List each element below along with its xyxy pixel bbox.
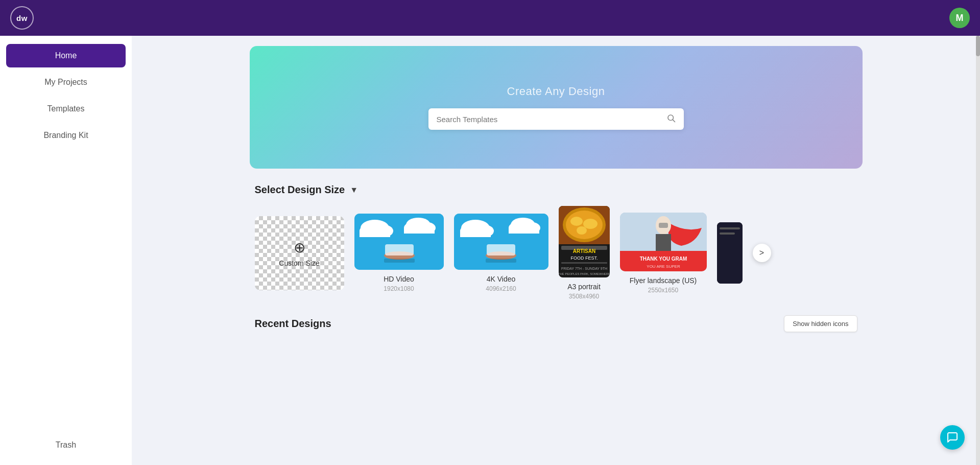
sidebar-label-branding-kit: Branding Kit bbox=[43, 131, 88, 140]
chat-button[interactable] bbox=[940, 425, 965, 450]
next-arrow-button[interactable]: > bbox=[753, 244, 771, 262]
sidebar-label-trash: Trash bbox=[56, 440, 76, 449]
show-hidden-button[interactable]: Show hidden icons bbox=[784, 315, 857, 332]
svg-rect-49 bbox=[720, 232, 735, 235]
svg-rect-36 bbox=[561, 262, 607, 264]
design-card-hd-video[interactable]: HD Video 1920x1080 bbox=[354, 214, 444, 292]
4k-video-sublabel: 4096x2160 bbox=[486, 285, 516, 292]
design-size-row: ⊕ Custom Size bbox=[255, 206, 857, 300]
svg-rect-48 bbox=[720, 227, 740, 229]
svg-text:THE PEOPLES PARK, SOMEWHERE: THE PEOPLES PARK, SOMEWHERE bbox=[559, 272, 610, 275]
design-card-a3-portrait[interactable]: ARTISAN FOOD FEST. FRIDAY 7TH - SUNDAY 9… bbox=[559, 206, 610, 300]
svg-line-1 bbox=[673, 120, 675, 122]
svg-rect-13 bbox=[384, 259, 415, 263]
svg-point-30 bbox=[570, 217, 583, 226]
design-card-partial bbox=[717, 222, 743, 284]
svg-rect-22 bbox=[509, 228, 539, 234]
sidebar: Home My Projects Templates Branding Kit … bbox=[0, 36, 132, 465]
sidebar-item-templates[interactable]: Templates bbox=[6, 97, 126, 121]
design-card-custom[interactable]: ⊕ Custom Size bbox=[255, 216, 344, 290]
sidebar-spacer bbox=[6, 150, 126, 430]
svg-rect-43 bbox=[659, 223, 668, 228]
sidebar-item-my-projects[interactable]: My Projects bbox=[6, 71, 126, 94]
a3-portrait-thumb: ARTISAN FOOD FEST. FRIDAY 7TH - SUNDAY 9… bbox=[559, 206, 610, 277]
scrollbar-track bbox=[976, 36, 980, 465]
recent-designs-section: Recent Designs Show hidden icons bbox=[250, 315, 863, 332]
sidebar-label-home: Home bbox=[55, 51, 77, 60]
svg-rect-18 bbox=[460, 231, 491, 237]
flyer-landscape-thumb: THANK YOU GRAM YOU ARE SUPER bbox=[620, 213, 707, 271]
design-card-flyer-landscape[interactable]: THANK YOU GRAM YOU ARE SUPER Flyer lands… bbox=[620, 213, 707, 294]
svg-rect-24 bbox=[487, 244, 515, 255]
sidebar-label-templates: Templates bbox=[47, 104, 85, 113]
4k-video-label: 4K Video bbox=[487, 275, 516, 283]
recent-designs-title: Recent Designs bbox=[255, 318, 331, 330]
svg-text:FRIDAY 7TH - SUNDAY 9TH: FRIDAY 7TH - SUNDAY 9TH bbox=[561, 267, 607, 270]
svg-text:FOOD FEST.: FOOD FEST. bbox=[570, 255, 597, 261]
svg-rect-10 bbox=[404, 228, 435, 234]
svg-rect-42 bbox=[656, 234, 671, 252]
a3-portrait-sublabel: 3508x4960 bbox=[569, 293, 599, 300]
svg-point-32 bbox=[577, 226, 587, 235]
custom-size-label: Custom Size bbox=[279, 259, 319, 267]
sidebar-item-trash[interactable]: Trash bbox=[6, 433, 126, 457]
user-avatar[interactable]: M bbox=[949, 8, 970, 28]
filter-icon[interactable]: ▼ bbox=[350, 185, 358, 195]
hero-title: Create Any Design bbox=[507, 85, 605, 98]
search-icon bbox=[666, 113, 676, 125]
sidebar-item-branding-kit[interactable]: Branding Kit bbox=[6, 124, 126, 147]
a3-portrait-label: A3 portrait bbox=[567, 283, 601, 291]
sidebar-item-home[interactable]: Home bbox=[6, 44, 126, 67]
layout: Home My Projects Templates Branding Kit … bbox=[0, 36, 980, 465]
design-card-4k-video[interactable]: 4K Video 4096x2160 bbox=[454, 214, 548, 292]
svg-rect-47 bbox=[717, 222, 743, 284]
design-size-title: Select Design Size bbox=[255, 184, 345, 196]
scrollbar-thumb[interactable] bbox=[976, 36, 980, 56]
partial-card-thumb bbox=[717, 222, 743, 284]
search-bar bbox=[428, 108, 684, 130]
hd-video-thumb bbox=[354, 214, 444, 270]
sidebar-label-my-projects: My Projects bbox=[44, 78, 87, 86]
logo[interactable]: dw bbox=[10, 6, 34, 30]
topbar: dw M bbox=[0, 0, 980, 36]
logo-text: dw bbox=[16, 14, 28, 22]
svg-point-31 bbox=[583, 219, 597, 229]
user-initial: M bbox=[956, 13, 964, 24]
svg-text:ARTISAN: ARTISAN bbox=[572, 248, 595, 254]
svg-rect-25 bbox=[486, 259, 516, 263]
4k-video-thumb bbox=[454, 214, 548, 270]
design-size-header: Select Design Size ▼ bbox=[255, 184, 857, 196]
hero-banner: Create Any Design bbox=[250, 46, 863, 169]
crop-icon: ⊕ bbox=[294, 239, 305, 256]
svg-text:THANK YOU GRAM: THANK YOU GRAM bbox=[639, 256, 687, 262]
custom-size-thumb: ⊕ Custom Size bbox=[255, 216, 344, 290]
flyer-landscape-label: Flyer landscape (US) bbox=[630, 276, 697, 285]
flyer-landscape-sublabel: 2550x1650 bbox=[648, 287, 678, 294]
hd-video-label: HD Video bbox=[384, 275, 414, 283]
svg-rect-6 bbox=[360, 231, 390, 237]
design-size-section: Select Design Size ▼ ⊕ Custom Size bbox=[250, 184, 863, 300]
svg-rect-12 bbox=[385, 244, 414, 255]
svg-text:YOU ARE SUPER: YOU ARE SUPER bbox=[647, 264, 680, 269]
search-input[interactable] bbox=[437, 115, 661, 124]
hd-video-sublabel: 1920x1080 bbox=[384, 285, 414, 292]
main-content: Create Any Design Select Design Size ▼ bbox=[132, 36, 980, 465]
